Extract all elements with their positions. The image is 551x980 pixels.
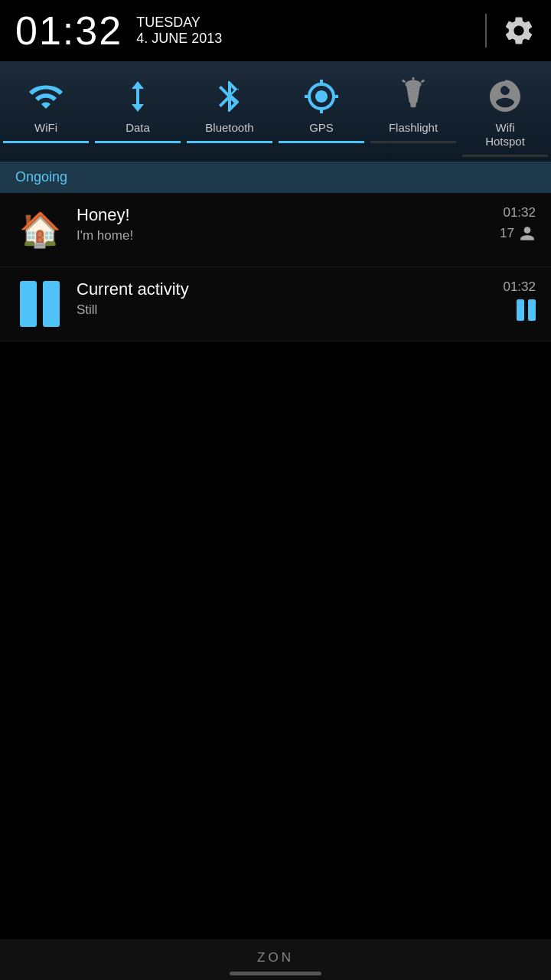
- bluetooth-indicator: [187, 141, 272, 143]
- gps-label: GPS: [309, 121, 334, 135]
- ongoing-section-header: Ongoing: [0, 162, 551, 193]
- hotspot-indicator: [462, 155, 548, 157]
- svg-line-3: [403, 80, 406, 83]
- honey-time: 01:32: [503, 205, 536, 220]
- honey-content: Honey! I'm home!: [77, 205, 474, 243]
- qs-bluetooth[interactable]: Bluetooth: [184, 69, 276, 162]
- divider: [485, 14, 487, 47]
- bottom-label: ZON: [257, 950, 294, 965]
- honey-title: Honey!: [77, 205, 474, 225]
- quick-settings-bar: WiFi Data Bluetooth GPS: [0, 61, 551, 162]
- qs-wifi-hotspot[interactable]: Wifi Hotspot: [459, 69, 551, 162]
- honey-badge: 17: [500, 225, 536, 242]
- hotspot-icon: [485, 77, 525, 116]
- bottom-handle: [230, 972, 321, 975]
- status-bar: 01:32 TUESDAY 4. JUNE 2013: [0, 0, 551, 61]
- pause-icon: [517, 299, 536, 321]
- day-name: TUESDAY: [136, 15, 222, 31]
- honey-meta: 01:32 17: [474, 205, 536, 242]
- activity-content: Current activity Still: [77, 279, 474, 318]
- wifi-indicator: [3, 141, 89, 143]
- activity-app-icon: [15, 279, 64, 328]
- qs-flashlight[interactable]: Flashlight: [367, 69, 459, 162]
- activity-subtitle: Still: [77, 302, 474, 318]
- clock: 01:32: [15, 11, 122, 51]
- svg-line-4: [422, 80, 425, 83]
- date-block: TUESDAY 4. JUNE 2013: [136, 15, 222, 47]
- flashlight-icon: [393, 77, 433, 116]
- svg-rect-1: [410, 102, 416, 107]
- bluetooth-label: Bluetooth: [205, 121, 253, 135]
- notification-honey[interactable]: 🏠 Honey! I'm home! 01:32 17: [0, 193, 551, 267]
- wifi-icon: [26, 77, 66, 116]
- activity-time: 01:32: [503, 279, 536, 295]
- data-label: Data: [126, 121, 150, 135]
- flashlight-indicator: [370, 141, 456, 143]
- bottom-bar: ZON: [0, 939, 551, 980]
- notification-activity[interactable]: Current activity Still 01:32: [0, 267, 551, 341]
- data-icon: [118, 77, 158, 116]
- date-string: 4. JUNE 2013: [136, 31, 222, 47]
- gps-indicator: [279, 141, 364, 143]
- qs-wifi[interactable]: WiFi: [0, 69, 92, 162]
- qs-gps[interactable]: GPS: [276, 69, 367, 162]
- activity-title: Current activity: [77, 279, 474, 299]
- wifi-label: WiFi: [34, 121, 57, 135]
- hotspot-label: Wifi Hotspot: [485, 121, 525, 149]
- data-indicator: [95, 141, 181, 143]
- settings-icon[interactable]: [502, 14, 536, 47]
- flashlight-label: Flashlight: [389, 121, 438, 135]
- honey-subtitle: I'm home!: [77, 228, 474, 243]
- honey-badge-count: 17: [500, 226, 514, 241]
- activity-meta: 01:32: [474, 279, 536, 321]
- qs-data[interactable]: Data: [92, 69, 184, 162]
- person-icon: [519, 225, 536, 242]
- gps-icon: [302, 77, 341, 116]
- honey-app-icon: 🏠: [15, 205, 64, 254]
- bluetooth-icon: [210, 77, 249, 116]
- ongoing-label: Ongoing: [15, 169, 67, 185]
